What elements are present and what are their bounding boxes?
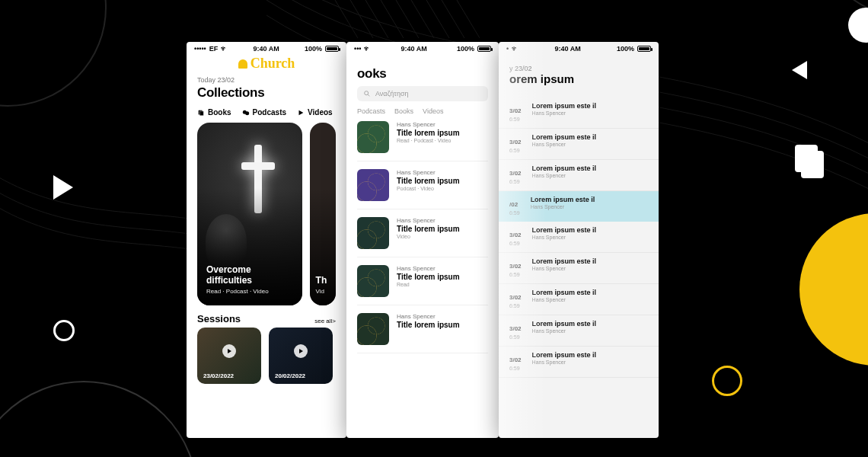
status-bar: •••••EFᯤ 9:40 AM 100% <box>187 42 346 54</box>
sessions-heading: Sessions <box>197 313 241 324</box>
book-title: Title lorem ipsum <box>397 321 460 329</box>
book-item[interactable]: Hans Spencer Title lorem ipsum Read · Po… <box>357 121 488 161</box>
book-tags: Video <box>397 234 460 239</box>
app-logo: Church <box>187 54 346 76</box>
book-tags: Read · Podcast · Video <box>397 138 460 143</box>
svg-line-6 <box>368 94 369 96</box>
bg-circle-white <box>53 320 75 341</box>
book-title: Title lorem ipsum <box>397 177 460 185</box>
session-card[interactable]: 23/02/2022 <box>197 328 261 384</box>
book-title: Title lorem ipsum <box>397 273 460 281</box>
card-title: Overcome difficulties <box>206 264 293 286</box>
search-icon <box>363 90 371 97</box>
book-title: Title lorem ipsum <box>397 225 460 233</box>
book-tags: Podcast · Video <box>397 186 460 191</box>
date-label: Today 23/02 <box>197 76 336 84</box>
page-title: Collections <box>197 85 336 101</box>
collection-card[interactable]: Overcome difficulties Read · Podcast · V… <box>197 123 302 305</box>
session-date: 20/02/2022 <box>275 372 305 379</box>
book-cover <box>357 217 389 249</box>
tab-books[interactable]: Books <box>197 108 231 117</box>
subtab-videos[interactable]: Videos <box>423 107 443 115</box>
bg-circle-yellow-outline <box>712 366 742 396</box>
svg-rect-1 <box>199 110 203 115</box>
book-author: Hans Spencer <box>397 265 460 272</box>
book-title: Title lorem ipsum <box>397 129 460 137</box>
search-input[interactable]: Αναζήτηση <box>357 86 488 101</box>
svg-point-3 <box>245 111 249 115</box>
triangle-icon <box>792 61 807 79</box>
svg-marker-4 <box>299 110 304 115</box>
screen-books: •••ᯤ 9:40 AM 100% ooks Αναζήτηση Podcast… <box>346 42 499 438</box>
book-cover <box>357 265 389 297</box>
book-cover <box>357 121 389 153</box>
session-date: 23/02/2022 <box>203 372 234 379</box>
book-tags: Read <box>397 282 460 287</box>
book-cover <box>357 313 389 345</box>
screen-events: •ᯤ 9:40 AM 100% y 23/02 orem ipsum 3/026… <box>499 42 659 438</box>
search-placeholder: Αναζήτηση <box>375 90 408 97</box>
status-time: 9:40 AM <box>401 45 427 53</box>
svg-point-5 <box>365 91 369 95</box>
play-icon <box>297 109 305 117</box>
subtab-podcasts[interactable]: Podcasts <box>357 107 385 115</box>
see-all-link[interactable]: see all> <box>314 318 336 324</box>
book-author: Hans Spencer <box>397 121 460 128</box>
subtab-books[interactable]: Books <box>394 107 413 115</box>
collection-tabs: Books Podcasts Videos <box>187 105 346 123</box>
book-item[interactable]: Hans Spencer Title lorem ipsum Video <box>357 217 488 257</box>
book-author: Hans Spencer <box>397 313 460 320</box>
session-card[interactable]: 20/02/2022 <box>269 328 333 384</box>
tab-podcasts[interactable]: Podcasts <box>242 108 286 117</box>
book-list: Hans Spencer Title lorem ipsum Read · Po… <box>346 121 499 353</box>
book-cover <box>357 169 389 201</box>
screen-collections: •••••EFᯤ 9:40 AM 100% Church Today 23/02… <box>187 42 346 438</box>
status-bar: •••ᯤ 9:40 AM 100% <box>346 42 499 54</box>
triangle-icon <box>53 175 73 200</box>
document-icon <box>795 145 830 180</box>
phone-mockups: •••••EFᯤ 9:40 AM 100% Church Today 23/02… <box>187 42 659 438</box>
book-author: Hans Spencer <box>397 217 460 224</box>
book-item[interactable]: Hans Spencer Title lorem ipsum <box>357 313 488 353</box>
card-meta: Read · Podcast · Video <box>206 288 293 295</box>
status-time: 9:40 AM <box>254 45 279 53</box>
card-title: Th <box>316 275 327 286</box>
tab-videos[interactable]: Videos <box>297 108 333 117</box>
stack-icon <box>197 109 205 117</box>
blur-overlay <box>499 42 659 438</box>
book-item[interactable]: Hans Spencer Title lorem ipsum Read <box>357 265 488 305</box>
card-meta: Vid <box>316 288 327 295</box>
chat-icon <box>242 109 250 117</box>
collection-card-peek[interactable]: Th Vid <box>310 123 336 305</box>
book-author: Hans Spencer <box>397 169 460 176</box>
play-button[interactable] <box>294 344 308 358</box>
page-title: ooks <box>357 66 488 81</box>
play-button[interactable] <box>222 344 236 358</box>
book-item[interactable]: Hans Spencer Title lorem ipsum Podcast ·… <box>357 169 488 209</box>
filter-tabs: Podcasts Books Videos <box>346 107 499 121</box>
